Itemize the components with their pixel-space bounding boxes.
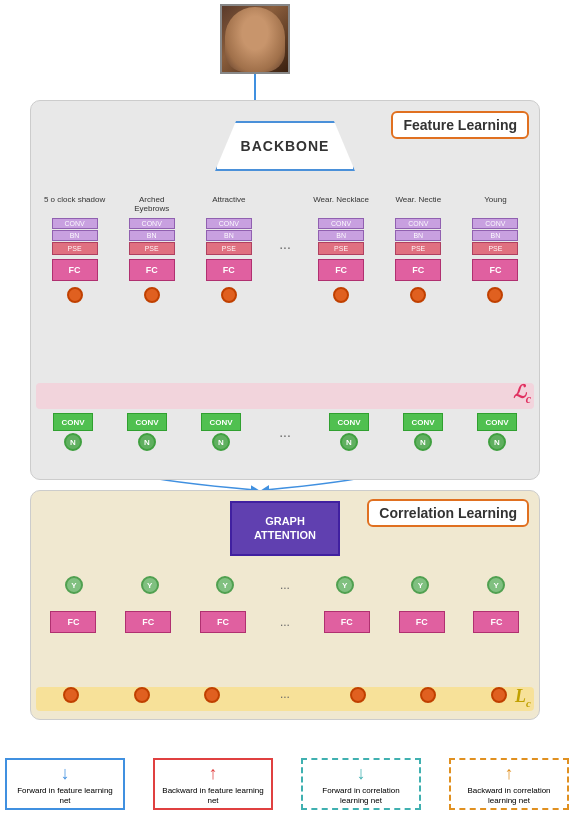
attr-col-1: 5 o clock shadow CONV BN PSE FC bbox=[44, 196, 106, 303]
conv-block-5: CONV bbox=[395, 218, 441, 229]
conv-block-2: CONV bbox=[129, 218, 175, 229]
feature-learning-label: Feature Learning bbox=[391, 111, 529, 139]
n-node-1: N bbox=[64, 433, 82, 451]
legend-text-3: Forward in correlation learning net bbox=[307, 786, 415, 805]
conv-n-2: CONV N bbox=[127, 413, 167, 451]
lc2-label: Lc bbox=[515, 686, 531, 709]
fc-corr-2: FC bbox=[125, 611, 171, 633]
fc-corr-4: FC bbox=[324, 611, 370, 633]
bn-block-4: BN bbox=[318, 230, 364, 241]
corr-circle-2 bbox=[134, 687, 150, 703]
photo-face bbox=[225, 7, 285, 72]
fc-block-4: FC bbox=[318, 259, 364, 281]
dots-4: ... bbox=[275, 615, 295, 629]
y-nodes-row: Y Y Y ... Y Y Y bbox=[36, 576, 534, 594]
fc-corr-row: FC FC FC ... FC FC FC bbox=[36, 611, 534, 633]
fc-corr-6: FC bbox=[473, 611, 519, 633]
circle-6 bbox=[487, 287, 503, 303]
fc-block-5: FC bbox=[395, 259, 441, 281]
attr-col-3: Attractive CONV BN PSE FC bbox=[198, 196, 260, 303]
photo-box bbox=[220, 4, 290, 74]
correlation-learning-label: Correlation Learning bbox=[367, 499, 529, 527]
feature-learning-section: Feature Learning BACKBONE 5 o clock shad… bbox=[30, 100, 540, 480]
bn-block-1: BN bbox=[52, 230, 98, 241]
fc-block-1: FC bbox=[52, 259, 98, 281]
lc-label: ℒc bbox=[513, 381, 531, 407]
attr-col-4: Wear. Necklace CONV BN PSE FC bbox=[310, 196, 372, 303]
y-fc-2: Y bbox=[124, 576, 176, 594]
person-photo bbox=[220, 4, 290, 74]
y-node-4: Y bbox=[336, 576, 354, 594]
n-node-2: N bbox=[138, 433, 156, 451]
arrow-blue-icon: ↓ bbox=[61, 763, 70, 784]
backbone-label: BACKBONE bbox=[241, 138, 330, 154]
y-fc-4: Y bbox=[319, 576, 371, 594]
attr-label-5: Wear. Nectie bbox=[395, 196, 441, 216]
graph-attn-line1: GRAPH bbox=[265, 515, 305, 527]
pse-block-2: PSE bbox=[129, 242, 175, 255]
conv-block-3: CONV bbox=[206, 218, 252, 229]
feature-learning-text: Feature Learning bbox=[403, 117, 517, 133]
loss-band bbox=[36, 383, 534, 409]
legend-box-4: ↑ Backward in correlation learning net bbox=[449, 758, 569, 810]
circle-2 bbox=[144, 287, 160, 303]
circle-4 bbox=[333, 287, 349, 303]
y-node-5: Y bbox=[411, 576, 429, 594]
legend-item-2: ↑ Backward in feature learning net bbox=[158, 758, 268, 810]
graph-attention-box: GRAPH ATTENTION bbox=[230, 501, 340, 556]
conv-green-1: CONV bbox=[53, 413, 93, 431]
legend-box-2: ↑ Backward in feature learning net bbox=[153, 758, 273, 810]
graph-attn-line2: ATTENTION bbox=[254, 529, 316, 541]
fc-block-6: FC bbox=[472, 259, 518, 281]
pse-block-5: PSE bbox=[395, 242, 441, 255]
main-container: Feature Learning BACKBONE 5 o clock shad… bbox=[0, 0, 574, 828]
circle-3 bbox=[221, 287, 237, 303]
dots-2: ... bbox=[275, 424, 295, 440]
n-node-6: N bbox=[488, 433, 506, 451]
conv-green-4: CONV bbox=[329, 413, 369, 431]
circle-5 bbox=[410, 287, 426, 303]
fc-block-2: FC bbox=[129, 259, 175, 281]
conv-green-row: CONV N CONV N CONV N ... CONV N CONV N C… bbox=[36, 413, 534, 451]
conv-n-1: CONV N bbox=[53, 413, 93, 451]
attr-label-4: Wear. Necklace bbox=[313, 196, 369, 216]
legend-item-4: ↑ Backward in correlation learning net bbox=[454, 758, 564, 810]
conv-n-4: CONV N bbox=[329, 413, 369, 451]
bn-block-6: BN bbox=[472, 230, 518, 241]
attr-label-6: Young bbox=[484, 196, 506, 216]
fc-corr-1: FC bbox=[50, 611, 96, 633]
fc-corr-5: FC bbox=[399, 611, 445, 633]
attr-label-3: Attractive bbox=[212, 196, 245, 216]
y-node-3: Y bbox=[216, 576, 234, 594]
attr-label-2: Arched Eyebrows bbox=[121, 196, 183, 216]
n-node-3: N bbox=[212, 433, 230, 451]
correlation-learning-text: Correlation Learning bbox=[379, 505, 517, 521]
pse-block-1: PSE bbox=[52, 242, 98, 255]
attr-col-6: Young CONV BN PSE FC bbox=[464, 196, 526, 303]
corr-circle-3 bbox=[204, 687, 220, 703]
correlation-learning-section: Correlation Learning GRAPH ATTENTION Y Y… bbox=[30, 490, 540, 720]
arrow-red-icon: ↑ bbox=[209, 763, 218, 784]
legend-item-3: ↓ Forward in correlation learning net bbox=[306, 758, 416, 810]
corr-circle-6 bbox=[491, 687, 507, 703]
bottom-circles-row: ... bbox=[36, 685, 534, 703]
legend: ↓ Forward in feature learning net ↑ Back… bbox=[10, 758, 564, 826]
dots-1: ... bbox=[275, 196, 295, 252]
graph-attn-text: GRAPH ATTENTION bbox=[254, 515, 316, 541]
arrow-orange-icon: ↑ bbox=[505, 763, 514, 784]
conv-block-4: CONV bbox=[318, 218, 364, 229]
conv-green-2: CONV bbox=[127, 413, 167, 431]
y-node-1: Y bbox=[65, 576, 83, 594]
attr-col-2: Arched Eyebrows CONV BN PSE FC bbox=[121, 196, 183, 303]
legend-text-2: Backward in feature learning net bbox=[159, 786, 267, 805]
y-fc-3: Y bbox=[199, 576, 251, 594]
conv-green-3: CONV bbox=[201, 413, 241, 431]
legend-text-1: Forward in feature learning net bbox=[11, 786, 119, 805]
conv-block-1: CONV bbox=[52, 218, 98, 229]
bn-block-3: BN bbox=[206, 230, 252, 241]
corr-circle-4 bbox=[350, 687, 366, 703]
legend-text-4: Backward in correlation learning net bbox=[455, 786, 563, 805]
dots-3: ... bbox=[275, 578, 295, 592]
conv-block-6: CONV bbox=[472, 218, 518, 229]
corr-circle-5 bbox=[420, 687, 436, 703]
